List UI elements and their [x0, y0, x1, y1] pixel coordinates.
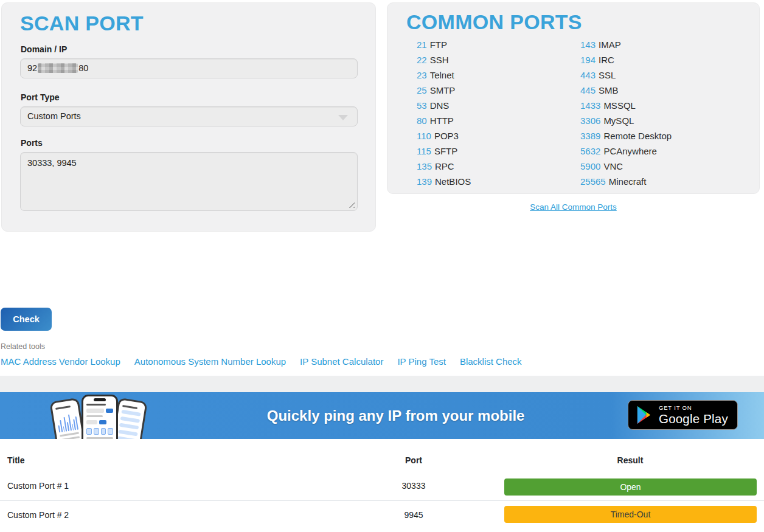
port-link[interactable]: 25565	[580, 176, 606, 187]
port-service-name: MySQL	[603, 116, 634, 126]
google-play-badge[interactable]: GET IT ON Google Play	[628, 400, 738, 430]
port-link[interactable]: 21	[417, 40, 427, 50]
port-type-select[interactable]: Custom Ports	[20, 106, 358, 126]
port-link[interactable]: 3306	[580, 116, 600, 126]
common-ports-left-column: 21FTP 22SSH 23Telnet 25SMTP 53DNS 80HTTP…	[417, 40, 471, 192]
results-header-port: Port	[405, 455, 422, 465]
port-service-name: RPC	[435, 161, 454, 171]
ports-textarea[interactable]: 30333, 9945	[20, 152, 358, 211]
port-link[interactable]: 5900	[580, 161, 600, 171]
port-link[interactable]: 1433	[580, 100, 600, 111]
port-item: 443SSL	[580, 70, 672, 85]
port-item: 115SFTP	[417, 146, 471, 161]
check-button[interactable]: Check	[1, 308, 52, 331]
port-service-name: Minecraft	[609, 176, 647, 187]
port-service-name: SSL	[599, 70, 616, 80]
port-item: 110POP3	[417, 131, 471, 146]
banner-headline: Quickly ping any IP from your mobile	[267, 407, 525, 424]
domain-value-suffix: 80	[78, 63, 88, 73]
port-service-name: Remote Desktop	[603, 131, 672, 141]
port-link[interactable]: 53	[417, 100, 427, 111]
port-item: 5900VNC	[580, 161, 672, 176]
google-play-icon	[636, 406, 652, 424]
related-link-mac-address-vendor-lookup[interactable]: MAC Address Vendor Lookup	[1, 356, 120, 367]
port-link[interactable]: 143	[580, 40, 596, 50]
port-item: 135RPC	[417, 161, 471, 176]
scan-port-panel: SCAN PORT Domain / IP 9280 Port Type Cus…	[1, 2, 376, 232]
port-item: 25565Minecraft	[580, 176, 672, 192]
related-link-asn-lookup[interactable]: Autonomous System Number Lookup	[134, 356, 286, 367]
port-type-value: Custom Ports	[27, 111, 81, 121]
port-item: 445SMB	[580, 85, 672, 100]
results-header-result: Result	[617, 455, 644, 465]
phone-mockups	[52, 394, 152, 439]
port-item: 53DNS	[417, 100, 471, 116]
section-divider-strip	[0, 376, 764, 392]
port-item: 80HTTP	[417, 116, 471, 131]
port-link[interactable]: 80	[417, 116, 427, 126]
port-link[interactable]: 135	[417, 161, 432, 171]
related-link-blacklist-check[interactable]: Blacklist Check	[460, 356, 522, 367]
ports-value: 30333, 9945	[27, 158, 77, 168]
common-ports-right-column: 143IMAP 194IRC 443SSL 445SMB 1433MSSQL 3…	[580, 40, 672, 192]
port-link[interactable]: 194	[580, 55, 596, 65]
row-separator	[0, 500, 764, 501]
related-link-ip-subnet-calculator[interactable]: IP Subnet Calculator	[300, 356, 383, 367]
mobile-app-banner: Quickly ping any IP from your mobile GET…	[0, 392, 764, 439]
scan-all-common-ports-link[interactable]: Scan All Common Ports	[530, 202, 617, 212]
common-ports-title: COMMON PORTS	[406, 10, 582, 34]
port-link[interactable]: 139	[417, 176, 432, 187]
port-item: 5632PCAnywhere	[580, 146, 672, 161]
port-service-name: MSSQL	[603, 100, 636, 111]
port-link[interactable]: 443	[580, 70, 596, 80]
port-link[interactable]: 445	[580, 85, 596, 95]
port-service-name: Telnet	[430, 70, 454, 80]
port-item: 3306MySQL	[580, 116, 672, 131]
domain-ip-label: Domain / IP	[21, 44, 67, 54]
port-service-name: DNS	[430, 100, 450, 111]
phone-notch	[94, 398, 106, 401]
port-item: 139NetBIOS	[417, 176, 471, 192]
related-link-ip-ping-test[interactable]: IP Ping Test	[397, 356, 446, 367]
port-item: 25SMTP	[417, 85, 471, 100]
related-tools-label: Related tools	[1, 342, 45, 351]
port-service-name: IMAP	[599, 40, 621, 50]
port-link[interactable]: 25	[417, 85, 427, 95]
port-link[interactable]: 22	[417, 55, 427, 65]
row-title: Custom Port # 1	[7, 481, 69, 491]
port-service-name: FTP	[430, 40, 447, 50]
scan-port-title: SCAN PORT	[20, 12, 144, 35]
page: SCAN PORT Domain / IP 9280 Port Type Cus…	[0, 0, 764, 532]
get-it-on-label: GET IT ON	[659, 405, 728, 411]
port-link[interactable]: 3389	[580, 131, 600, 141]
port-service-name: POP3	[434, 131, 459, 141]
results-header-title: Title	[7, 455, 25, 465]
port-link[interactable]: 115	[417, 146, 431, 156]
port-item: 194IRC	[580, 55, 672, 70]
status-badge-open: Open	[504, 478, 757, 496]
common-ports-panel: COMMON PORTS 21FTP 22SSH 23Telnet 25SMTP…	[387, 2, 760, 194]
textarea-resize-handle[interactable]	[348, 201, 355, 208]
google-play-badge-text: GET IT ON Google Play	[659, 405, 728, 425]
port-service-name: PCAnywhere	[603, 146, 657, 156]
port-service-name: IRC	[599, 55, 614, 65]
redacted-ip-blur	[38, 63, 78, 73]
port-item: 1433MSSQL	[580, 100, 672, 116]
domain-value-prefix: 92	[27, 63, 37, 73]
status-badge-timed-out: Timed-Out	[504, 506, 757, 523]
ports-label: Ports	[21, 138, 43, 148]
port-service-name: HTTP	[430, 116, 454, 126]
port-service-name: SMTP	[430, 85, 456, 95]
port-service-name: SSH	[430, 55, 449, 65]
port-item: 143IMAP	[580, 40, 672, 55]
domain-input[interactable]: 9280	[20, 58, 358, 78]
row-port: 30333	[402, 481, 426, 491]
port-link[interactable]: 5632	[580, 146, 600, 156]
port-service-name: SMB	[599, 85, 619, 95]
port-type-label: Port Type	[21, 92, 60, 102]
port-item: 21FTP	[417, 40, 471, 55]
port-link[interactable]: 23	[417, 70, 427, 80]
related-tools-links: MAC Address Vendor Lookup Autonomous Sys…	[1, 356, 522, 367]
port-link[interactable]: 110	[417, 131, 431, 141]
port-item: 23Telnet	[417, 70, 471, 85]
